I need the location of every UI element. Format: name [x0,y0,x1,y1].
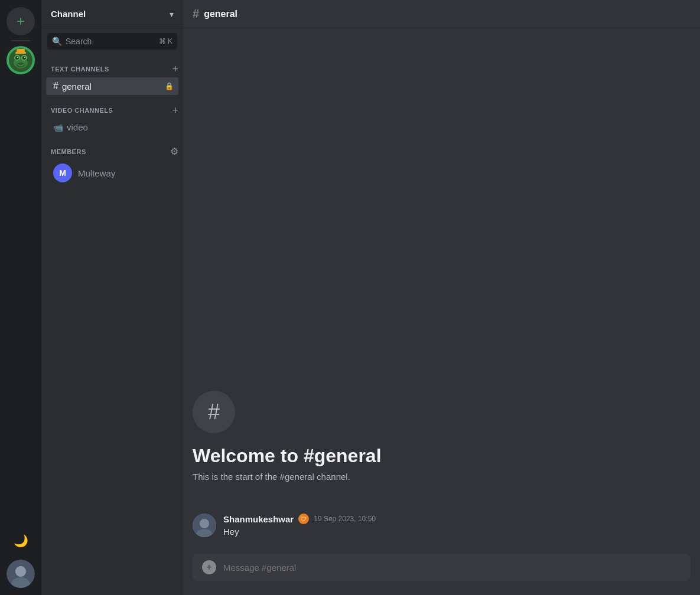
message-add-button[interactable]: + [202,560,216,574]
channel-item-video[interactable]: 📹 video [46,119,178,136]
main-header: # general [183,0,700,28]
members-label: MEMBERS [51,148,86,155]
svg-point-7 [24,57,25,58]
message-group: Shanmukeshwar 🛡 19 Sep 2023, 10:50 Hey [193,514,691,537]
member-name: Multeway [78,168,115,178]
channel-header-title: general [204,9,237,19]
channel-name: general [62,81,165,91]
channel-item-general[interactable]: # general 🔒 [46,77,178,95]
add-text-channel-button[interactable]: + [172,64,178,74]
welcome-description: This is the start of the #general channe… [193,472,691,482]
server-icon[interactable] [6,46,35,74]
svg-rect-10 [17,49,25,53]
svg-point-5 [22,56,26,60]
message-input-box: + [193,554,691,581]
members-settings-icon[interactable]: ⚙ [170,146,178,157]
sidebar-header[interactable]: Channel ▾ [41,0,183,28]
message-content: Shanmukeshwar 🛡 19 Sep 2023, 10:50 Hey [223,514,691,537]
video-camera-icon: 📹 [53,123,63,132]
hash-icon: # [53,81,58,91]
icon-bar: + 🌙 [0,0,41,595]
channel-hash-icon: # [193,7,199,21]
message-text: Hey [223,527,691,537]
message-header: Shanmukeshwar 🛡 19 Sep 2023, 10:50 [223,514,691,524]
channel-name: video [67,122,174,132]
add-server-button[interactable]: + [6,7,35,35]
welcome-icon: # [193,391,235,433]
member-avatar: M [53,164,72,182]
message-input[interactable] [223,563,681,573]
members-section-header: MEMBERS ⚙ [41,136,183,159]
video-channels-label: VIDEO CHANNELS [51,107,113,114]
search-bar[interactable]: 🔍 Search ⌘ K [47,33,177,50]
icon-bar-bottom: 🌙 [6,527,35,588]
author-badge-icon: 🛡 [298,514,309,524]
search-label: Search [66,37,155,46]
svg-point-14 [15,566,26,577]
message-timestamp: 19 Sep 2023, 10:50 [314,515,376,523]
message-author-name: Shanmukeshwar [223,514,294,524]
search-icon: 🔍 [52,37,62,46]
sidebar-title: Channel [51,9,86,19]
dark-mode-button[interactable]: 🌙 [6,527,35,555]
svg-point-16 [200,519,209,528]
main-content: # general # Welcome to #general This is … [183,0,700,595]
chat-area: # Welcome to #general This is the start … [183,28,700,554]
lock-icon: 🔒 [165,82,174,90]
text-channels-section-header: TEXT CHANNELS + [41,54,183,77]
video-channels-section-header: VIDEO CHANNELS + [41,96,183,118]
message-author-avatar [193,514,216,537]
user-avatar[interactable] [6,560,35,588]
welcome-title: Welcome to #general [193,445,691,467]
message-input-area: + [183,554,700,595]
svg-point-4 [15,56,19,60]
welcome-section: # Welcome to #general This is the start … [193,379,691,514]
chevron-down-icon: ▾ [170,9,174,19]
search-shortcut: ⌘ K [159,37,172,45]
sidebar: Channel ▾ 🔍 Search ⌘ K TEXT CHANNELS + #… [41,0,183,595]
icon-bar-divider [11,40,30,41]
add-video-channel-button[interactable]: + [172,105,178,116]
text-channels-label: TEXT CHANNELS [51,66,109,73]
svg-point-6 [17,57,18,58]
member-item[interactable]: M Multeway [46,160,178,186]
